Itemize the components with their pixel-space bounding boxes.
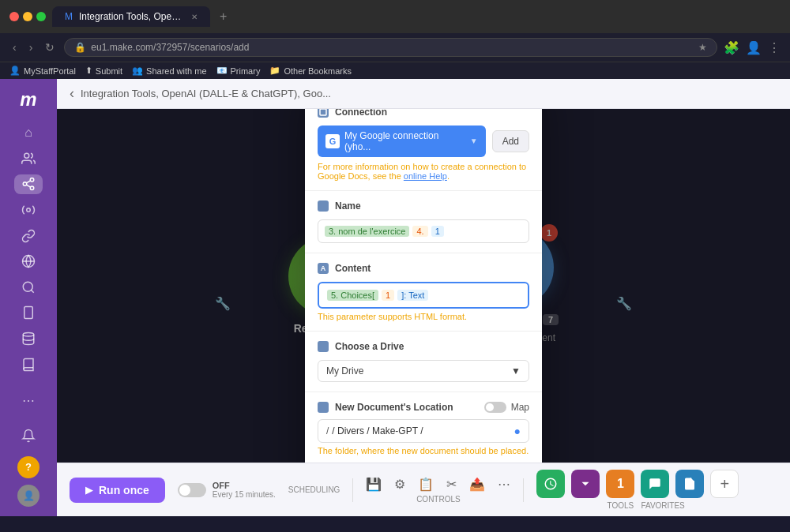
- app-container: m ⌂ ⋯: [0, 79, 790, 516]
- help-link[interactable]: online Help: [404, 171, 447, 181]
- sidebar-item-more[interactable]: ⋯: [14, 387, 43, 415]
- notes-icon[interactable]: 📋: [418, 477, 434, 492]
- bookmark-submit[interactable]: ⬆ Submit: [85, 66, 122, 76]
- forward-nav-button[interactable]: ›: [26, 39, 36, 55]
- content-token-2: 1: [382, 290, 394, 301]
- map-toggle[interactable]: Map: [484, 402, 529, 413]
- breadcrumb: Integration Tools, OpenAI (DALL-E & Chat…: [81, 88, 331, 99]
- modal-overlay: Google Docs ⋮ ⤢ ? ✕: [57, 109, 790, 463]
- sidebar-item-search[interactable]: [14, 278, 43, 298]
- menu-icon[interactable]: ⋮: [768, 40, 781, 55]
- svg-point-0: [24, 153, 29, 158]
- svg-point-3: [30, 186, 34, 190]
- tool-btn-2[interactable]: [571, 470, 600, 498]
- svg-line-10: [31, 290, 33, 292]
- name-section-header: Name: [318, 200, 529, 212]
- browser-chrome: M Integration Tools, OpenAI (DAL... ✕ + …: [0, 0, 790, 79]
- minimize-traffic-light[interactable]: [23, 12, 32, 21]
- sidebar-item-help[interactable]: ?: [17, 456, 40, 478]
- more-icon[interactable]: ⋯: [498, 477, 510, 492]
- sidebar-item-apps[interactable]: [14, 200, 43, 220]
- new-doc-label: New Document's Location: [335, 402, 453, 413]
- toolbar-divider-2: [523, 478, 524, 502]
- location-field[interactable]: / / Divers / Make-GPT / ●: [318, 419, 529, 443]
- tab-close-btn[interactable]: ✕: [191, 13, 198, 21]
- content-section: A Content 5. Choices[ 1 ]: Text This par…: [305, 253, 542, 332]
- content-label: Content: [335, 263, 371, 274]
- svg-point-2: [23, 182, 27, 186]
- drive-section-header: Choose a Drive: [318, 341, 529, 352]
- bookmark-shared[interactable]: 👥 Shared with me: [132, 66, 206, 76]
- new-doc-indicator: [318, 402, 329, 413]
- sidebar-item-share[interactable]: [14, 174, 43, 194]
- location-info-icon[interactable]: ●: [514, 425, 521, 437]
- new-doc-section: New Document's Location Map: [305, 392, 542, 463]
- sidebar-item-bell[interactable]: [14, 421, 43, 450]
- bookmark-mystaffportal[interactable]: 👤 MyStaffPortal: [9, 66, 76, 76]
- sidebar-item-database[interactable]: [14, 329, 43, 349]
- connection-section: Connection G My Google connection (yho..…: [305, 109, 542, 191]
- content-field[interactable]: 5. Choices[ 1 ]: Text: [318, 282, 529, 309]
- tool-btn-5[interactable]: [675, 470, 704, 498]
- reload-nav-button[interactable]: ↻: [42, 39, 58, 55]
- sidebar-item-link[interactable]: [14, 226, 43, 245]
- back-button[interactable]: ‹: [70, 85, 74, 102]
- tool-btn-4[interactable]: [641, 470, 669, 498]
- add-connection-button[interactable]: Add: [492, 130, 529, 152]
- tool-btn-3[interactable]: 1: [606, 470, 634, 498]
- schedule-toggle[interactable]: [178, 483, 206, 497]
- sidebar-item-team[interactable]: [14, 149, 43, 169]
- sidebar: m ⌂ ⋯: [0, 79, 57, 516]
- bookmark-label: Other Bookmarks: [284, 66, 352, 76]
- save-icon[interactable]: 💾: [366, 477, 382, 492]
- back-nav-button[interactable]: ‹: [9, 39, 20, 55]
- share-icon[interactable]: 📤: [469, 477, 485, 492]
- tab-label: Integration Tools, OpenAI (DAL...: [79, 11, 185, 22]
- sidebar-item-phone[interactable]: [14, 303, 43, 323]
- drive-label: Choose a Drive: [335, 341, 404, 352]
- controls-group: 💾 ⚙ 📋 ✂ 📤 ⋯ CONTROLS: [366, 477, 510, 504]
- tools-group: 1 + TOOLS FAVORITES: [536, 470, 739, 510]
- svg-point-9: [23, 282, 32, 291]
- profile-icon[interactable]: 👤: [746, 40, 762, 55]
- address-bar[interactable]: 🔒 eu1.make.com/372957/scenarios/add ★: [64, 38, 717, 57]
- new-tab-button[interactable]: +: [213, 9, 233, 24]
- name-indicator: [318, 200, 329, 212]
- drive-indicator: [318, 341, 329, 352]
- name-section: Name 3. nom de l'exercice 4. 1: [305, 191, 542, 253]
- run-once-label: Run once: [99, 484, 149, 496]
- drive-dropdown[interactable]: My Drive ▼: [318, 360, 529, 382]
- title-bar: M Integration Tools, OpenAI (DAL... ✕ +: [0, 0, 790, 33]
- maximize-traffic-light[interactable]: [36, 12, 46, 21]
- tool-btn-1[interactable]: [536, 470, 565, 498]
- sidebar-item-book[interactable]: [14, 354, 43, 374]
- close-traffic-light[interactable]: [9, 12, 19, 21]
- extensions-icon[interactable]: 🧩: [724, 40, 739, 55]
- scenario-canvas: 🔧 ↺ ✦ Repeater 4: [57, 109, 790, 463]
- name-field[interactable]: 3. nom de l'exercice 4. 1: [318, 219, 529, 243]
- drive-value: My Drive: [326, 365, 363, 377]
- run-once-button[interactable]: ▶ Run once: [70, 478, 165, 503]
- sidebar-item-user[interactable]: 👤: [17, 485, 40, 507]
- nav-bar: ‹ › ↻ 🔒 eu1.make.com/372957/scenarios/ad…: [0, 33, 790, 62]
- location-slash: /: [326, 425, 329, 436]
- settings-icon[interactable]: ⚙: [394, 477, 405, 492]
- bookmark-primary[interactable]: 📧 Primary: [216, 66, 261, 76]
- connection-row: G My Google connection (yho... ▼ Add: [318, 126, 529, 157]
- content-section-header: A Content: [318, 263, 529, 274]
- google-docs-modal: Google Docs ⋮ ⤢ ? ✕: [305, 109, 542, 463]
- sidebar-item-home[interactable]: ⌂: [14, 123, 43, 143]
- tool-add-btn[interactable]: +: [710, 470, 739, 498]
- scheduling-section: OFF Every 15 minutes.: [178, 481, 276, 499]
- svg-point-13: [23, 333, 34, 337]
- bookmark-label: Primary: [231, 66, 261, 76]
- connection-dropdown[interactable]: G My Google connection (yho... ▼: [318, 126, 486, 157]
- schedule-sub-label: Every 15 minutes.: [213, 490, 276, 499]
- bookmark-other[interactable]: 📁 Other Bookmarks: [269, 66, 352, 76]
- bookmark-label: Submit: [96, 66, 122, 76]
- map-mini-toggle[interactable]: [484, 402, 506, 413]
- active-tab[interactable]: M Integration Tools, OpenAI (DAL... ✕: [52, 6, 210, 27]
- sidebar-item-globe[interactable]: [14, 252, 43, 272]
- connection-label: Connection: [335, 109, 387, 118]
- code-icon[interactable]: ✂: [446, 477, 457, 492]
